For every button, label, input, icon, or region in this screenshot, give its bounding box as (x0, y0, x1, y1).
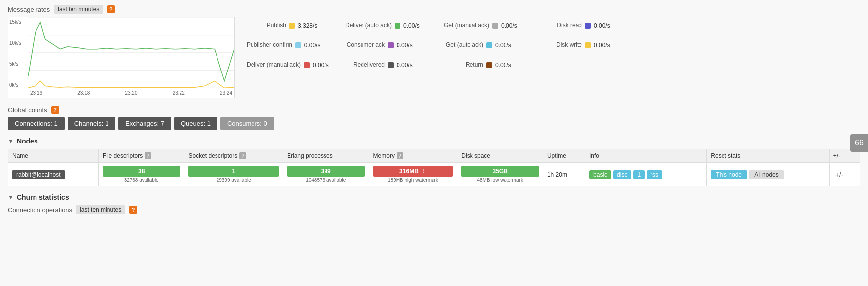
memory-bar: 316MB ! (373, 166, 453, 177)
memory-sub: 189MB high watermark (373, 178, 453, 183)
redelivered-dot (388, 62, 394, 68)
publish-value: 3,328/s (298, 22, 317, 29)
x-label-0: 23:16 (30, 90, 42, 96)
badge-num: 1 (633, 170, 645, 179)
get-manual-label: Get (manual ack) (444, 22, 489, 30)
disk-space-bar: 35GB (461, 166, 539, 177)
redelivered-value: 0.00/s (397, 62, 413, 69)
connection-operations-help[interactable]: ? (129, 206, 137, 214)
rates-column-3: Get (manual ack) 0.00/s Get (auto ack) 0… (440, 17, 539, 74)
message-rates-label: Message rates (8, 6, 50, 13)
deliver-auto-label: Deliver (auto ack) (345, 22, 392, 30)
th-memory: Memory ? (369, 149, 457, 163)
th-reset-stats: Reset stats (707, 149, 829, 163)
chart-area: 15k/s 10k/s 5k/s 0k/s 23:16 23:18 (8, 17, 235, 98)
rates-container: 15k/s 10k/s 5k/s 0k/s 23:16 23:18 (8, 17, 860, 98)
y-label-1: 10k/s (9, 40, 26, 46)
disk-read-dot (585, 23, 591, 29)
nodes-table-body: rabbit@localhost 38 32768 available 1 29… (8, 163, 860, 186)
get-auto-dot (486, 42, 492, 48)
consumer-ack-value: 0.00/s (397, 42, 413, 49)
chart-svg (28, 17, 234, 88)
deliver-auto-dot (395, 23, 400, 29)
th-socket-descriptors: Socket descriptors ? (184, 149, 283, 163)
file-descriptors-sub: 32768 available (103, 178, 181, 183)
get-auto-value: 0.00/s (495, 42, 511, 49)
rate-disk-write: Disk write 0.00/s (539, 36, 637, 54)
connection-operations-header: Connection operations last ten minutes ? (8, 205, 860, 214)
scrollback-value: 66 (855, 139, 864, 147)
memory-warning-icon: ! (420, 168, 427, 175)
socket-descriptors-cell: 1 29399 available (184, 163, 283, 186)
x-label-4: 23:24 (220, 90, 232, 96)
deliver-auto-value: 0.00/s (403, 22, 420, 29)
return-dot (486, 62, 492, 68)
rate-get-manual: Get (manual ack) 0.00/s (440, 17, 539, 35)
nodes-toggle-arrow: ▼ (8, 138, 14, 144)
y-label-2: 5k/s (9, 61, 26, 67)
rates-column-4: Disk read 0.00/s Disk write 0.00/s (539, 17, 637, 74)
disk-read-label: Disk read (542, 22, 582, 30)
chart-x-axis: 23:16 23:18 23:20 23:22 23:24 (28, 88, 234, 98)
queues-button[interactable]: Queues: 1 (174, 117, 217, 130)
file-descriptors-help[interactable]: ? (145, 152, 151, 159)
this-node-button[interactable]: This node (711, 170, 747, 179)
disk-read-value: 0.00/s (594, 22, 610, 29)
socket-descriptors-bar: 1 (188, 166, 279, 177)
plus-minus-cell: +/- (829, 163, 860, 186)
channels-button[interactable]: Channels: 1 (68, 117, 115, 130)
redelivered-label: Redelivered (345, 61, 385, 69)
nodes-table: Name File descriptors ? Socket descripto… (8, 149, 860, 186)
rate-disk-read: Disk read 0.00/s (539, 17, 637, 35)
return-value: 0.00/s (495, 62, 511, 69)
rates-column-1: Publish 3,328/s Publisher confirm 0.00/s… (243, 17, 341, 74)
plus-minus-toggle[interactable]: +/- (833, 171, 846, 179)
rate-publish: Publish 3,328/s (243, 17, 341, 35)
connection-operations-label: Connection operations (8, 206, 72, 214)
publisher-confirm-value: 0.00/s (304, 42, 321, 49)
x-label-3: 23:22 (173, 90, 185, 96)
th-file-descriptors: File descriptors ? (98, 149, 184, 163)
exchanges-button[interactable]: Exchanges: 7 (118, 117, 171, 130)
socket-descriptors-sub: 29399 available (188, 178, 279, 183)
disk-write-label: Disk write (542, 41, 582, 49)
deliver-manual-value: 0.00/s (313, 62, 329, 69)
churn-statistics-section: ▼ Churn statistics Connection operations… (8, 193, 860, 214)
get-auto-label: Get (auto ack) (444, 41, 483, 49)
chart-y-axis: 15k/s 10k/s 5k/s 0k/s (8, 17, 28, 88)
memory-help[interactable]: ? (397, 152, 403, 159)
nodes-toggle[interactable]: ▼ Nodes (8, 137, 860, 145)
y-label-3: 0k/s (9, 82, 26, 88)
global-counts-section: Global counts ? Connections: 1 Channels:… (8, 106, 860, 130)
th-info: Info (585, 149, 707, 163)
socket-descriptors-help[interactable]: ? (239, 152, 246, 159)
nodes-table-header-row: Name File descriptors ? Socket descripto… (8, 149, 860, 163)
th-name: Name (8, 149, 99, 163)
all-nodes-button[interactable]: All nodes (749, 170, 783, 179)
connection-operations-time-filter[interactable]: last ten minutes (76, 205, 125, 214)
churn-toggle[interactable]: ▼ Churn statistics (8, 193, 860, 201)
node-name: rabbit@localhost (12, 170, 65, 179)
uptime-cell: 1h 20m (543, 163, 585, 186)
churn-toggle-arrow: ▼ (8, 194, 14, 201)
scrollback-badge[interactable]: 66 (850, 134, 868, 152)
badge-basic: basic (589, 170, 611, 179)
x-label-1: 23:18 (77, 90, 90, 96)
consumer-ack-label: Consumer ack (345, 41, 385, 49)
memory-cell: 316MB ! 189MB high watermark (369, 163, 457, 186)
global-counts-label: Global counts (8, 107, 47, 114)
consumers-button[interactable]: Consumers: 0 (220, 117, 274, 130)
publisher-confirm-dot (295, 42, 301, 48)
message-rates-help[interactable]: ? (107, 5, 115, 13)
node-name-cell: rabbit@localhost (8, 163, 99, 186)
rates-grid: Publish 3,328/s Publisher confirm 0.00/s… (235, 17, 860, 74)
message-rates-header: Message rates last ten minutes ? (8, 5, 860, 14)
message-rates-time-filter[interactable]: last ten minutes (54, 5, 103, 14)
connections-button[interactable]: Connections: 1 (8, 117, 65, 130)
message-rates-section: Message rates last ten minutes ? 15k/s 1… (8, 5, 860, 98)
uptime-value: 1h 20m (547, 171, 567, 178)
global-counts-help[interactable]: ? (51, 106, 59, 114)
th-uptime: Uptime (543, 149, 585, 163)
nodes-title: Nodes (17, 137, 38, 145)
table-row: rabbit@localhost 38 32768 available 1 29… (8, 163, 860, 186)
